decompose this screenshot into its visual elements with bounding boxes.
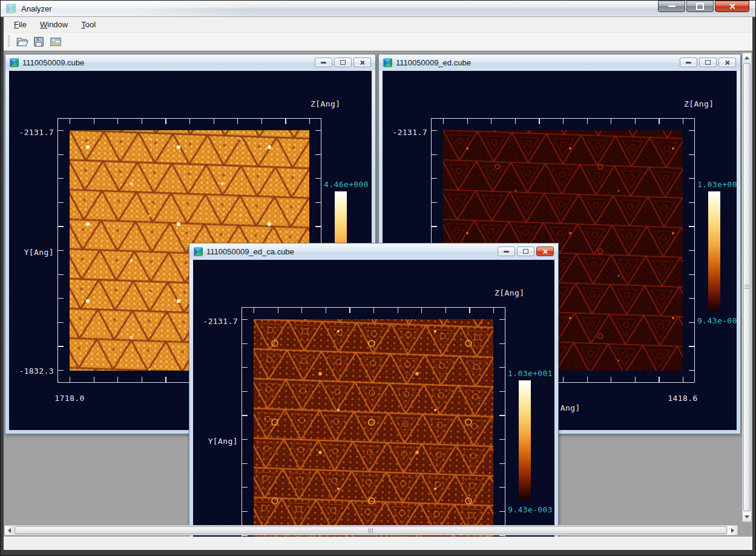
arrow-down-icon — [744, 515, 749, 518]
restore-button[interactable] — [334, 58, 352, 67]
app-icon — [383, 58, 392, 67]
child-2-title: 1110050009_ed.cube — [396, 58, 471, 67]
open-folder-icon — [15, 35, 29, 48]
window-title: Analyzer — [21, 4, 52, 13]
vertical-scrollbar[interactable] — [742, 53, 752, 522]
child-3-controls — [498, 247, 554, 256]
ticks-top — [242, 308, 505, 313]
arrow-up-icon — [744, 56, 749, 59]
child-1-title-bar[interactable]: 1110050009.cube — [5, 55, 375, 71]
restore-icon — [340, 60, 346, 65]
app-icon — [6, 4, 16, 13]
child-2-controls — [680, 58, 736, 67]
menu-item-tool[interactable]: Tool — [74, 18, 102, 31]
ticks-top — [432, 119, 694, 124]
restore-button[interactable] — [699, 58, 717, 67]
app-window: Analyzer File Window Tool — [0, 0, 756, 556]
colorbar — [519, 380, 531, 500]
scroll-left-button[interactable] — [5, 526, 14, 535]
minimize-button[interactable] — [498, 247, 515, 256]
minimize-icon — [321, 62, 326, 64]
app-icon — [10, 58, 19, 67]
ticks-right — [499, 308, 505, 537]
close-icon — [729, 3, 735, 10]
y-axis-label: Y[Ang] — [9, 248, 54, 257]
restore-icon — [523, 249, 528, 254]
z-axis-label: Z[Ang] — [684, 99, 714, 108]
child-2-title-bar[interactable]: 1110050009_ed.cube — [379, 55, 740, 71]
colorbar-min-label: 9.43e-003 — [508, 505, 553, 514]
close-button[interactable] — [353, 58, 371, 67]
colorbar-min-label: 9.43e-003 — [697, 316, 737, 325]
minimize-button[interactable] — [658, 1, 685, 12]
horizontal-scroll-thumb[interactable] — [15, 526, 727, 534]
close-button[interactable] — [718, 58, 736, 67]
y-tick-top: -2131.7 — [193, 317, 238, 326]
maximize-button[interactable] — [686, 1, 714, 12]
thumb-grip-icon — [744, 285, 749, 290]
z-axis-label: Z[Ang] — [495, 288, 524, 297]
ticks-left — [242, 308, 248, 537]
y-tick-top: -2131.7 — [9, 128, 54, 137]
plot-canvas-3: Z[Ang] -2131.7 Y[Ang] 1.03e+001 9.43e-00… — [193, 260, 554, 537]
child-3-title: 1110050009_ed_ca.cube — [206, 247, 294, 256]
child-window-3: 1110050009_ed_ca.cube Z[Ang] -2131.7 Y[A… — [189, 243, 559, 537]
scroll-right-button[interactable] — [728, 526, 737, 535]
scroll-up-button[interactable] — [743, 53, 751, 62]
close-icon — [725, 60, 730, 65]
ticks-right — [689, 119, 694, 382]
toolbar — [4, 33, 752, 51]
x-tick-left: 1718.0 — [45, 394, 94, 403]
colorbar — [708, 191, 720, 311]
minimize-button[interactable] — [315, 58, 332, 67]
close-icon — [542, 249, 548, 254]
image-icon — [49, 35, 62, 48]
restore-icon — [705, 60, 711, 65]
y-tick-bottom: -1832.3 — [9, 366, 54, 376]
close-button[interactable] — [536, 247, 554, 256]
minimize-button[interactable] — [680, 58, 697, 67]
close-button[interactable] — [715, 1, 749, 12]
colorbar-max-label: 4.46e+000 — [324, 180, 369, 189]
stm-image — [254, 319, 493, 537]
vertical-scroll-thumb[interactable] — [743, 63, 751, 511]
arrow-left-icon — [8, 528, 11, 533]
child-1-title: 1110050009.cube — [22, 58, 84, 67]
open-button[interactable] — [13, 34, 30, 50]
minimize-icon — [686, 62, 691, 64]
restore-button[interactable] — [517, 247, 534, 256]
window-controls — [658, 1, 749, 12]
thumb-grip-icon — [369, 528, 373, 533]
toolbar-grip[interactable] — [8, 36, 10, 48]
menu-item-file[interactable]: File — [7, 18, 33, 31]
menu-item-window[interactable]: Window — [33, 18, 74, 31]
minimize-icon — [504, 251, 509, 253]
title-bar[interactable]: Analyzer — [1, 1, 755, 17]
save-icon — [32, 35, 45, 48]
child-3-title-bar[interactable]: 1110050009_ed_ca.cube — [189, 243, 558, 260]
ticks-left — [58, 119, 64, 382]
arrow-right-icon — [731, 528, 734, 533]
export-image-button[interactable] — [47, 34, 64, 50]
child-1-controls — [315, 58, 371, 67]
horizontal-scrollbar[interactable] — [4, 525, 738, 535]
x-tick-right: 1418.6 — [659, 394, 707, 403]
ticks-top — [58, 119, 321, 124]
app-icon — [194, 247, 203, 256]
colorbar-max-label: 1.03e+001 — [508, 369, 553, 378]
y-axis-label: Y[Ang] — [193, 437, 238, 446]
status-bar — [4, 537, 752, 550]
maximize-icon — [696, 3, 704, 10]
minimize-icon — [668, 5, 675, 7]
scroll-down-button[interactable] — [743, 512, 751, 521]
menu-bar: File Window Tool — [4, 17, 752, 33]
mdi-area: 1110050009.cube Z[Ang] -2131.7 Y[Ang] -1… — [4, 51, 752, 537]
z-axis-label: Z[Ang] — [311, 99, 340, 108]
colorbar-max-label: 1.03e+001 — [697, 180, 737, 189]
close-icon — [360, 60, 365, 65]
save-button[interactable] — [30, 34, 47, 50]
y-tick-top: -2131.7 — [383, 128, 427, 137]
